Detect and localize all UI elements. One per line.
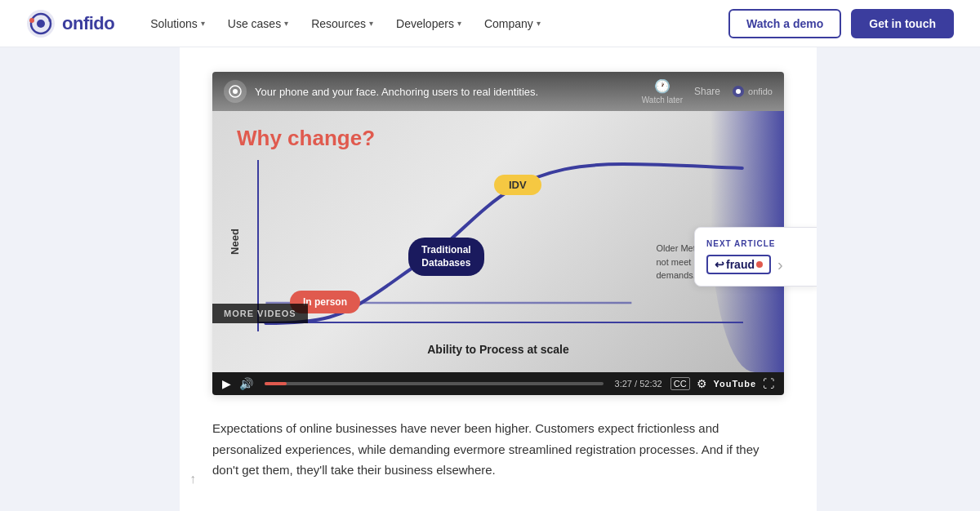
svg-point-2: [37, 20, 45, 28]
nav-item-resources[interactable]: Resources ▾: [301, 12, 383, 35]
nav-actions: Watch a demo Get in touch: [728, 9, 954, 38]
nav-item-company[interactable]: Company ▾: [474, 12, 550, 35]
article-body: Expectations of online businesses have n…: [212, 418, 768, 481]
chevron-down-icon: ▾: [284, 19, 288, 28]
chevron-down-icon: ▾: [369, 19, 373, 28]
idv-label: IDV: [494, 175, 541, 195]
video-controls: ▶ 🔊 3:27 / 52:32 CC ⚙ YouTube ⛶: [212, 372, 784, 395]
nav-item-solutions[interactable]: Solutions ▾: [140, 12, 215, 35]
watch-later-button[interactable]: 🕐 Watch later: [642, 78, 683, 104]
onfido-logo-icon: [26, 9, 56, 38]
get-in-touch-button[interactable]: Get in touch: [851, 9, 954, 38]
svg-point-8: [736, 89, 741, 94]
traditional-databases-label: Traditional Databases: [408, 238, 484, 276]
scroll-up-indicator[interactable]: ↑: [189, 472, 196, 487]
chart-title: Why change?: [237, 126, 375, 151]
play-button[interactable]: ▶: [222, 377, 231, 390]
logo[interactable]: onfido: [26, 9, 114, 38]
sidebar-right: [817, 47, 980, 511]
fullscreen-icon[interactable]: ⛶: [763, 377, 774, 390]
nav-items: Solutions ▾ Use cases ▾ Resources ▾ Deve…: [140, 12, 702, 35]
svg-point-6: [233, 89, 238, 94]
settings-icon[interactable]: ⚙: [697, 377, 707, 390]
progress-fill: [265, 382, 287, 385]
sidebar-left: [0, 47, 180, 511]
more-videos-bar[interactable]: MORE VIDEOS: [212, 304, 308, 323]
y-axis-label: Need: [229, 229, 241, 255]
next-article-preview: ↩ fraud ›: [706, 255, 812, 274]
chevron-down-icon: ▾: [201, 19, 205, 28]
progress-bar[interactable]: [265, 382, 604, 385]
time-display: 3:27 / 52:32: [615, 379, 662, 389]
main-layout: Your phone and your face. Anchoring user…: [0, 47, 980, 511]
video-ctrl-right: CC ⚙ YouTube ⛶: [670, 377, 774, 390]
video-brand: onfido: [732, 85, 773, 98]
svg-point-4: [48, 19, 51, 22]
chevron-down-icon: ▾: [537, 19, 541, 28]
share-button[interactable]: Share: [694, 86, 720, 97]
volume-icon[interactable]: 🔊: [239, 377, 253, 390]
next-arrow-button[interactable]: ›: [777, 256, 783, 274]
watch-demo-button[interactable]: Watch a demo: [728, 9, 841, 38]
fraud-badge: ↩ fraud: [706, 255, 771, 274]
next-article-card: NEXT ARTICLE ↩ fraud ›: [694, 227, 817, 287]
video-top-bar: Your phone and your face. Anchoring user…: [212, 72, 784, 111]
next-article-label: NEXT ARTICLE: [706, 239, 812, 248]
youtube-logo: YouTube: [714, 379, 756, 389]
nav-item-developers[interactable]: Developers ▾: [386, 12, 471, 35]
chevron-down-icon: ▾: [457, 19, 461, 28]
fraud-dot: [756, 261, 763, 268]
content-area: Your phone and your face. Anchoring user…: [180, 47, 817, 511]
video-title: Your phone and your face. Anchoring user…: [255, 86, 634, 98]
video-channel-icon: [224, 80, 247, 103]
logo-text: onfido: [62, 13, 114, 34]
svg-point-3: [29, 18, 34, 23]
x-axis-label: Ability to Process at scale: [427, 343, 569, 356]
navbar: onfido Solutions ▾ Use cases ▾ Resources…: [0, 0, 980, 47]
cc-button[interactable]: CC: [670, 377, 690, 390]
nav-item-usecases[interactable]: Use cases ▾: [218, 12, 298, 35]
